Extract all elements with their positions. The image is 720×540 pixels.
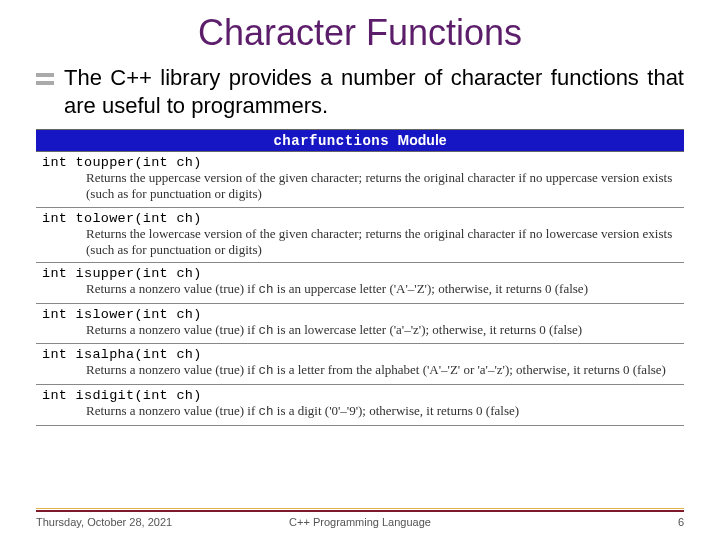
function-row: int toupper(int ch) Returns the uppercas… xyxy=(36,152,684,208)
function-row: int isalpha(int ch) Returns a nonzero va… xyxy=(36,344,684,385)
module-header: charfunctions Module xyxy=(36,129,684,152)
bullet-icon xyxy=(36,73,54,85)
slide: Character Functions The C++ library prov… xyxy=(0,0,720,426)
function-description: Returns the lowercase version of the giv… xyxy=(42,226,678,259)
function-description: Returns the uppercase version of the giv… xyxy=(42,170,678,203)
function-signature: int isupper(int ch) xyxy=(42,266,678,281)
function-description: Returns a nonzero value (true) if ch is … xyxy=(42,403,678,421)
footer-date: Thursday, October 28, 2021 xyxy=(36,516,172,528)
function-table: charfunctions Module int toupper(int ch)… xyxy=(36,129,684,426)
slide-footer: Thursday, October 28, 2021 C++ Programmi… xyxy=(36,510,684,528)
module-name: charfunctions xyxy=(273,133,389,149)
function-signature: int islower(int ch) xyxy=(42,307,678,322)
footer-page-number: 6 xyxy=(678,516,684,528)
function-signature: int isdigit(int ch) xyxy=(42,388,678,403)
function-signature: int toupper(int ch) xyxy=(42,155,678,170)
function-row: int islower(int ch) Returns a nonzero va… xyxy=(36,304,684,345)
body-text: The C++ library provides a number of cha… xyxy=(64,64,684,119)
module-label: Module xyxy=(398,132,447,148)
function-signature: int tolower(int ch) xyxy=(42,211,678,226)
function-description: Returns a nonzero value (true) if ch is … xyxy=(42,322,678,340)
body-row: The C++ library provides a number of cha… xyxy=(36,64,684,119)
function-row: int isdigit(int ch) Returns a nonzero va… xyxy=(36,385,684,426)
function-description: Returns a nonzero value (true) if ch is … xyxy=(42,362,678,380)
footer-course: C++ Programming Language xyxy=(289,516,431,528)
function-row: int isupper(int ch) Returns a nonzero va… xyxy=(36,263,684,304)
function-description: Returns a nonzero value (true) if ch is … xyxy=(42,281,678,299)
function-signature: int isalpha(int ch) xyxy=(42,347,678,362)
function-row: int tolower(int ch) Returns the lowercas… xyxy=(36,208,684,264)
slide-title: Character Functions xyxy=(36,12,684,54)
